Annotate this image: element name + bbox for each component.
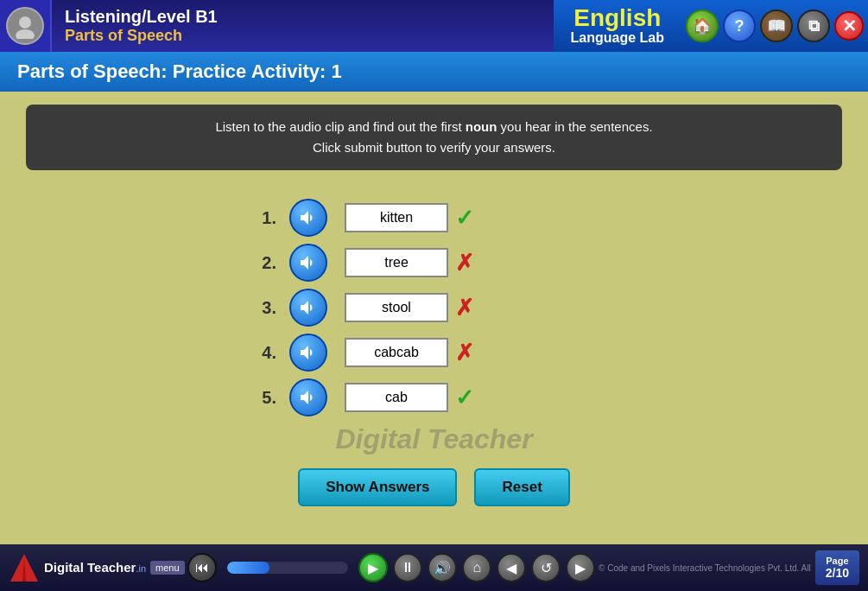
avatar-section [0, 0, 52, 52]
audio-btn-4[interactable] [289, 334, 327, 372]
footer-logo: Digital Teacher.in [9, 552, 146, 583]
progress-bar-fill [227, 562, 269, 574]
book-icon-btn[interactable]: 📖 [760, 10, 793, 42]
speaker-icon-5 [298, 387, 319, 408]
speaker-icon-2 [298, 252, 319, 273]
question-number-4: 4. [242, 343, 276, 363]
answer-input-5[interactable]: cab [345, 383, 448, 412]
content-area: 1. kitten ✓ 2. tree ✗ 3. stool ✗ 4. [0, 183, 868, 528]
instruction-text: Listen to the audio clip and find out th… [43, 117, 825, 158]
back-btn[interactable]: ◀ [497, 553, 526, 582]
button-row: Show Answers Reset [0, 468, 868, 506]
audio-btn-1[interactable] [289, 199, 327, 237]
answer-input-1[interactable]: kitten [345, 203, 448, 232]
question-row-1: 1. kitten ✓ [0, 199, 868, 237]
svg-point-0 [19, 16, 31, 29]
svg-point-1 [16, 29, 35, 39]
instruction-line2: Click submit button to verify your answe… [313, 140, 555, 155]
result-icon-1: ✓ [455, 205, 474, 232]
header: Listening/Level B1 Parts of Speech Engli… [0, 0, 868, 52]
forward-btn[interactable]: ▶ [566, 553, 595, 582]
prev-track-btn[interactable]: ⏮ [187, 553, 217, 582]
result-icon-2: ✗ [455, 250, 474, 276]
result-icon-3: ✗ [455, 295, 474, 321]
sub-header: Parts of Speech: Practice Activity: 1 [0, 52, 868, 92]
question-row-2: 2. tree ✗ [0, 244, 868, 282]
instruction-highlight: noun [466, 119, 497, 134]
home-btn[interactable]: ⌂ [462, 553, 491, 582]
result-icon-4: ✗ [455, 340, 474, 366]
header-titles: Listening/Level B1 Parts of Speech [52, 7, 554, 45]
result-icon-5: ✓ [455, 384, 474, 411]
speaker-icon-3 [298, 297, 319, 318]
reset-button[interactable]: Reset [474, 468, 569, 506]
close-icon-btn[interactable]: ✕ [834, 11, 864, 41]
instruction-box: Listen to the audio clip and find out th… [26, 105, 842, 170]
answer-input-2[interactable]: tree [345, 248, 448, 277]
help-icon-btn[interactable]: ? [723, 10, 756, 42]
play-btn[interactable]: ▶ [358, 553, 388, 582]
refresh-btn[interactable]: ↺ [531, 553, 561, 582]
footer-logo-text: Digital Teacher.in [44, 560, 146, 575]
answer-input-3[interactable]: stool [345, 293, 448, 322]
speaker-icon-1 [298, 207, 319, 228]
answer-input-4[interactable]: cabcab [345, 338, 448, 367]
question-number-3: 3. [242, 298, 276, 318]
header-icon-bar: 🏠 ? 📖 ⧉ ✕ [681, 0, 868, 52]
page-title: Parts of Speech: Practice Activity: 1 [17, 60, 342, 82]
avatar [6, 7, 44, 45]
question-row-3: 3. stool ✗ [0, 289, 868, 327]
footer-controls: ⏮ ▶ ⏸ 🔊 ⌂ ◀ ↺ ▶ [185, 553, 599, 582]
progress-bar [227, 562, 348, 574]
instruction-line1: Listen to the audio clip and find out th… [215, 119, 465, 134]
page-number: 2/10 [826, 566, 849, 580]
share-icon-btn[interactable]: ⧉ [797, 10, 830, 42]
footer-copyright: © Code and Pixels Interactive Technologi… [599, 563, 811, 573]
watermark: Digital Teacher [0, 423, 868, 455]
volume-btn[interactable]: 🔊 [428, 553, 457, 582]
audio-btn-2[interactable] [289, 244, 327, 282]
brand-lab: Language Lab [571, 30, 664, 46]
question-number-1: 1. [242, 208, 276, 228]
speaker-icon-4 [298, 342, 319, 363]
question-row-4: 4. cabcab ✗ [0, 334, 868, 372]
brand-english: English [573, 6, 661, 30]
page-indicator: Page 2/10 [815, 550, 859, 585]
show-answers-button[interactable]: Show Answers [298, 468, 457, 506]
footer-logo-icon [9, 552, 40, 583]
instruction-line1-end: you hear in the sentences. [497, 119, 652, 134]
pause-btn[interactable]: ⏸ [393, 553, 422, 582]
home-icon-btn[interactable]: 🏠 [686, 10, 719, 42]
page-label: Page [826, 556, 849, 566]
header-subtitle: Parts of Speech [65, 27, 541, 45]
footer: Digital Teacher.in menu ⏮ ▶ ⏸ 🔊 ⌂ ◀ ↺ ▶ … [0, 544, 868, 591]
question-number-2: 2. [242, 253, 276, 273]
question-number-5: 5. [242, 388, 276, 408]
question-row-5: 5. cab ✓ [0, 378, 868, 416]
header-main-title: Listening/Level B1 [65, 7, 541, 27]
footer-menu-btn[interactable]: menu [150, 561, 185, 575]
audio-btn-3[interactable] [289, 289, 327, 327]
brand-section: English Language Lab [554, 0, 681, 52]
audio-btn-5[interactable] [289, 378, 327, 416]
